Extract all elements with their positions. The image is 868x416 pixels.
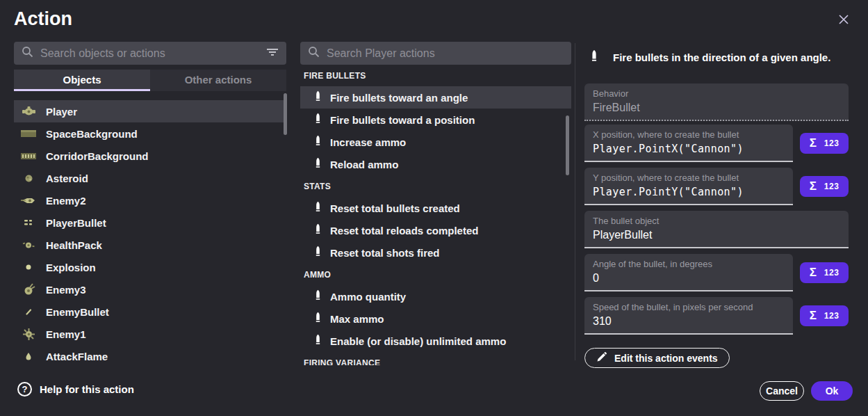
action-label: Reset total reloads completed — [330, 225, 478, 237]
edit-action-events-button[interactable]: Edit this action events — [584, 348, 730, 368]
bullet-dashes-icon — [20, 219, 37, 226]
asteroid-icon — [20, 174, 37, 183]
objects-panel: Objects Other actions Player SpaceBackgr… — [14, 42, 286, 367]
field-label: Y position, where to create the bullet — [593, 173, 785, 183]
object-row-explosion[interactable]: Explosion — [14, 256, 286, 278]
action-label: Reset total shots fired — [330, 247, 440, 259]
object-row-attackflame[interactable]: AttackFlame — [14, 345, 286, 367]
actions-panel: FIRE BULLETS Fire bullets toward an angl… — [300, 42, 571, 365]
bullet-icon — [316, 90, 320, 104]
tab-other-actions[interactable]: Other actions — [150, 70, 286, 91]
object-label: Enemy2 — [46, 195, 86, 207]
field-label: Angle of the bullet, in degrees — [593, 259, 785, 269]
objects-search-input[interactable] — [40, 47, 259, 60]
action-row-reload-ammo[interactable]: Reload ammo — [300, 153, 571, 175]
object-label: EnemyBullet — [46, 306, 109, 318]
object-row-enemy2[interactable]: Enemy2 — [14, 189, 286, 211]
action-row-unlimited-ammo[interactable]: Enable (or disable) unlimited ammo — [300, 330, 571, 352]
cancel-button[interactable]: Cancel — [760, 381, 804, 401]
numbers-icon: 123 — [824, 311, 840, 321]
action-label: Fire bullets toward an angle — [330, 92, 468, 104]
action-row-reset-reloads-completed[interactable]: Reset total reloads completed — [300, 219, 571, 241]
objects-search-bar — [14, 42, 286, 65]
action-row-fire-position[interactable]: Fire bullets toward a position — [300, 109, 571, 131]
action-label: Max ammo — [330, 313, 384, 325]
action-description-text: Fire bullets in the direction of a given… — [613, 51, 830, 63]
action-row-reset-bullets-created[interactable]: Reset total bullets created — [300, 197, 571, 219]
striped-band-icon — [20, 153, 37, 159]
objects-scrollbar[interactable] — [284, 93, 287, 135]
enemy-spiky-icon — [20, 328, 37, 341]
action-row-fire-angle[interactable]: Fire bullets toward an angle — [300, 86, 571, 109]
object-row-enemy3[interactable]: Enemy3 — [14, 278, 286, 301]
object-row-playerbullet[interactable]: PlayerBullet — [14, 211, 286, 234]
field-value[interactable]: 0 — [593, 271, 785, 285]
filter-icon[interactable] — [266, 47, 279, 60]
x-position-field-row: X position, where to create the bullet P… — [584, 125, 849, 162]
field-label: Behavior — [593, 88, 840, 99]
object-label: HealthPack — [46, 239, 102, 251]
bullet-icon — [316, 135, 320, 149]
action-row-max-ammo[interactable]: Max ammo — [300, 307, 571, 330]
object-row-enemy1[interactable]: Enemy1 — [14, 323, 286, 345]
page-title: Action — [14, 8, 72, 30]
action-row-ammo-quantity[interactable]: Ammo quantity — [300, 285, 571, 307]
explosion-icon — [20, 264, 37, 271]
section-header-ammo: AMMO — [300, 264, 571, 285]
object-label: AttackFlame — [46, 351, 108, 362]
left-tabs: Objects Other actions — [14, 70, 286, 91]
action-parameters-panel: Fire bullets in the direction of a given… — [584, 42, 849, 368]
action-label: Increase ammo — [330, 136, 406, 148]
action-row-increase-ammo[interactable]: Increase ammo — [300, 131, 571, 153]
close-icon — [837, 13, 850, 28]
actions-list: FIRE BULLETS Fire bullets toward an angl… — [300, 65, 571, 365]
actions-scrollbar[interactable] — [566, 115, 569, 175]
speed-field[interactable]: Speed of the bullet, in pixels per secon… — [584, 297, 793, 335]
action-label: Ammo quantity — [330, 291, 406, 303]
x-position-field[interactable]: X position, where to create the bullet P… — [584, 125, 793, 162]
object-row-spacebackground[interactable]: SpaceBackground — [14, 122, 286, 145]
search-icon — [22, 46, 33, 61]
actions-search-input[interactable] — [327, 47, 564, 60]
field-label: The bullet object — [593, 216, 840, 226]
field-value[interactable]: 310 — [593, 314, 785, 328]
close-button[interactable] — [835, 11, 853, 29]
y-position-field[interactable]: Y position, where to create the bullet P… — [584, 168, 793, 205]
action-label: Reset total bullets created — [330, 202, 460, 214]
enemy-ship-icon — [20, 283, 37, 296]
object-row-enemybullet[interactable]: EnemyBullet — [14, 301, 286, 323]
pencil-icon — [596, 352, 607, 365]
action-row-reset-shots-fired[interactable]: Reset total shots fired — [300, 241, 571, 264]
section-header-fire-bullets: FIRE BULLETS — [300, 65, 571, 86]
help-button[interactable]: ? Help for this action — [17, 382, 134, 397]
bullet-icon — [316, 223, 320, 237]
object-label: Enemy1 — [46, 328, 86, 340]
bullet-object-field-row: The bullet object PlayerBullet — [584, 211, 849, 248]
expression-builder-button[interactable]: Σ 123 — [800, 305, 849, 326]
field-value[interactable]: Player.PointX("Cannon") — [593, 142, 785, 156]
object-label: PlayerBullet — [46, 217, 106, 229]
numbers-icon: 123 — [824, 182, 840, 191]
object-row-corridorbackground[interactable]: CorridorBackground — [14, 145, 286, 167]
field-value[interactable]: Player.PointY("Cannon") — [593, 185, 785, 199]
field-label: X position, where to create the bullet — [593, 129, 785, 140]
angle-field[interactable]: Angle of the bullet, in degrees 0 — [584, 254, 793, 291]
angle-field-row: Angle of the bullet, in degrees 0 Σ 123 — [584, 254, 849, 291]
object-row-asteroid[interactable]: Asteroid — [14, 167, 286, 189]
object-label: CorridorBackground — [46, 150, 149, 162]
expression-builder-button[interactable]: Σ 123 — [800, 176, 849, 197]
section-header-firing-variance: FIRING VARIANCE — [300, 352, 571, 365]
numbers-icon: 123 — [824, 138, 840, 148]
tab-objects[interactable]: Objects — [14, 70, 150, 91]
object-row-player[interactable]: Player — [14, 100, 286, 122]
expression-builder-button[interactable]: Σ 123 — [800, 262, 849, 283]
action-label: Reload ammo — [330, 159, 398, 170]
help-icon: ? — [17, 382, 32, 397]
object-row-healthpack[interactable]: HealthPack — [14, 234, 286, 256]
bullet-icon — [591, 49, 597, 65]
bullet-object-field[interactable]: The bullet object PlayerBullet — [584, 211, 849, 248]
field-value[interactable]: PlayerBullet — [593, 228, 840, 242]
expression-builder-button[interactable]: Σ 123 — [800, 133, 849, 154]
bullet-icon — [316, 312, 320, 326]
ok-button[interactable]: Ok — [811, 381, 853, 401]
